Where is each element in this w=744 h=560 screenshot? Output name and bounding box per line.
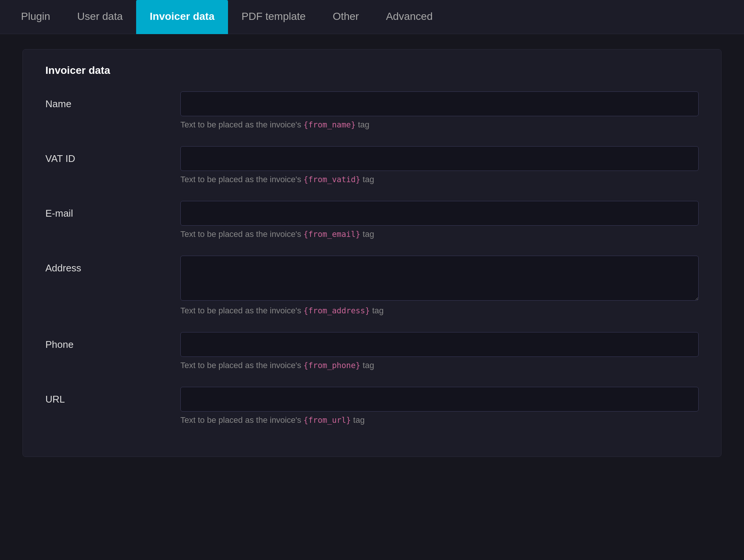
input-name[interactable]: [180, 91, 699, 116]
tab-invoicer-data[interactable]: Invoicer data: [136, 0, 228, 34]
help-email: Text to be placed as the invoice's {from…: [180, 229, 699, 239]
tag-url: {from_url}: [303, 416, 351, 425]
field-vat-id: Text to be placed as the invoice's {from…: [180, 146, 699, 184]
input-email[interactable]: [180, 201, 699, 226]
field-url: Text to be placed as the invoice's {from…: [180, 387, 699, 425]
tag-address: {from_address}: [303, 306, 370, 315]
input-vat-id[interactable]: [180, 146, 699, 171]
tag-vat-id: {from_vatid}: [303, 175, 360, 184]
form-row-email: E-mailText to be placed as the invoice's…: [45, 201, 699, 239]
help-url: Text to be placed as the invoice's {from…: [180, 415, 699, 425]
section-title: Invoicer data: [45, 64, 699, 76]
tag-name: {from_name}: [303, 120, 356, 129]
label-address: Address: [45, 256, 180, 274]
form-row-name: NameText to be placed as the invoice's {…: [45, 91, 699, 130]
input-phone[interactable]: [180, 332, 699, 357]
form-container: NameText to be placed as the invoice's {…: [45, 91, 699, 425]
field-email: Text to be placed as the invoice's {from…: [180, 201, 699, 239]
label-url: URL: [45, 387, 180, 405]
main-content: Invoicer data NameText to be placed as t…: [0, 34, 744, 472]
help-name: Text to be placed as the invoice's {from…: [180, 120, 699, 130]
tab-user-data[interactable]: User data: [64, 0, 136, 34]
help-address: Text to be placed as the invoice's {from…: [180, 306, 699, 316]
input-url[interactable]: [180, 387, 699, 412]
tag-phone: {from_phone}: [303, 361, 360, 370]
section-card: Invoicer data NameText to be placed as t…: [22, 49, 722, 457]
help-phone: Text to be placed as the invoice's {from…: [180, 361, 699, 370]
field-address: Text to be placed as the invoice's {from…: [180, 256, 699, 316]
tab-advanced[interactable]: Advanced: [372, 0, 446, 34]
help-vat-id: Text to be placed as the invoice's {from…: [180, 175, 699, 184]
form-row-vat-id: VAT IDText to be placed as the invoice's…: [45, 146, 699, 184]
field-name: Text to be placed as the invoice's {from…: [180, 91, 699, 130]
label-phone: Phone: [45, 332, 180, 350]
label-email: E-mail: [45, 201, 180, 219]
label-name: Name: [45, 91, 180, 110]
form-row-url: URLText to be placed as the invoice's {f…: [45, 387, 699, 425]
tab-bar: PluginUser dataInvoicer dataPDF template…: [0, 0, 744, 34]
input-address[interactable]: [180, 256, 699, 301]
form-row-phone: PhoneText to be placed as the invoice's …: [45, 332, 699, 370]
form-row-address: AddressText to be placed as the invoice'…: [45, 256, 699, 316]
tag-email: {from_email}: [303, 230, 360, 239]
label-vat-id: VAT ID: [45, 146, 180, 165]
tab-pdf-template[interactable]: PDF template: [228, 0, 319, 34]
tab-other[interactable]: Other: [319, 0, 372, 34]
field-phone: Text to be placed as the invoice's {from…: [180, 332, 699, 370]
tab-plugin[interactable]: Plugin: [8, 0, 64, 34]
